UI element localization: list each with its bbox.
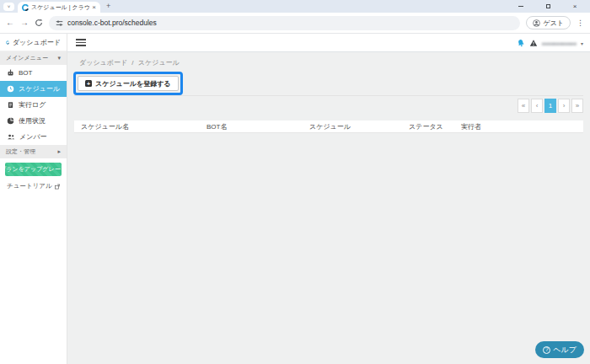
question-circle-icon: ? xyxy=(543,346,550,354)
section-divider xyxy=(74,95,583,96)
tutorial-label: チュートリアル xyxy=(7,182,52,190)
pagination-page-1-button[interactable]: 1 xyxy=(544,99,556,113)
warning-triangle-icon[interactable] xyxy=(529,39,538,47)
pagination-prev-button[interactable]: ‹ xyxy=(531,99,543,113)
pagination: « ‹ 1 › » xyxy=(518,99,583,113)
account-caret-icon[interactable]: ▾ xyxy=(581,40,583,46)
sidebar-item-execution-log[interactable]: 実行ログ xyxy=(0,97,67,113)
profile-button[interactable]: ゲスト xyxy=(526,16,571,29)
section-label: 設定・管理 xyxy=(6,147,35,156)
minimize-icon xyxy=(518,6,523,7)
cloudbot-logo-icon xyxy=(6,39,9,46)
click-target-highlight: + スケジュールを登録する xyxy=(73,72,183,95)
address-bar[interactable]: console.c-bot.pro/schedules xyxy=(49,16,520,30)
account-email-redacted[interactable]: ●●●●●●●●●●●● xyxy=(542,40,577,46)
pagination-next-button[interactable]: › xyxy=(558,99,570,113)
guest-avatar-icon xyxy=(533,19,540,27)
register-schedule-label: スケジュールを登録する xyxy=(95,79,171,88)
column-header-schedule: スケジュール xyxy=(309,120,351,133)
breadcrumb-dashboard-link[interactable]: ダッシュボード xyxy=(79,59,127,67)
column-header-status: ステータス xyxy=(409,120,443,133)
sidebar-toggle-icon[interactable] xyxy=(76,39,86,46)
sidebar-item-schedule[interactable]: スケジュール xyxy=(0,81,67,97)
breadcrumb: ダッシュボード / スケジュール xyxy=(79,58,180,67)
clock-icon xyxy=(7,85,14,93)
sidebar: ダッシュボード メインメニュー ▾ BOT xyxy=(0,34,67,364)
column-header-executor: 実行者 xyxy=(461,120,481,133)
upgrade-plan-button[interactable]: プランをアップグレード xyxy=(5,163,62,176)
log-icon xyxy=(7,101,14,109)
url-text[interactable]: console.c-bot.pro/schedules xyxy=(67,19,157,27)
sidebar-item-tutorial[interactable]: チュートリアル xyxy=(0,179,67,193)
browser-tab[interactable]: スケジュール | クラウドBOT × xyxy=(18,2,100,13)
browser-menu-button[interactable]: ⋮ xyxy=(577,19,584,27)
sidebar-item-bot[interactable]: BOT xyxy=(0,65,67,81)
navbar-right: ●●●●●●●●●●●● ▾ xyxy=(517,34,583,52)
external-link-icon xyxy=(55,184,60,190)
site-settings-icon[interactable] xyxy=(56,19,63,27)
browser-window: ˅ スケジュール | クラウドBOT × + × ← → xyxy=(0,0,590,364)
minimize-button[interactable] xyxy=(507,0,534,13)
close-button[interactable]: × xyxy=(561,0,588,13)
sidebar-item-label: 使用状況 xyxy=(19,116,46,126)
sidebar-item-label: スケジュール xyxy=(19,84,60,94)
plus-icon: + xyxy=(85,80,92,87)
brand-label: ダッシュボード xyxy=(13,38,61,47)
sidebar-item-label: 実行ログ xyxy=(19,100,46,110)
close-icon: × xyxy=(573,3,577,10)
reload-button[interactable] xyxy=(35,19,43,27)
sidebar-section-main-menu[interactable]: メインメニュー ▾ xyxy=(0,51,67,65)
tab-close-icon[interactable]: × xyxy=(92,4,96,11)
app-content: ダッシュボード メインメニュー ▾ BOT xyxy=(0,34,590,364)
robot-icon xyxy=(7,69,14,77)
tab-title: スケジュール | クラウドBOT xyxy=(31,3,89,12)
sidebar-brand[interactable]: ダッシュボード xyxy=(0,34,67,51)
sidebar-section-settings[interactable]: 設定・管理 ▸ xyxy=(0,145,67,158)
column-header-bot-name: BOT名 xyxy=(206,120,227,133)
sidebar-item-label: BOT xyxy=(19,69,32,77)
members-icon xyxy=(7,133,15,141)
app-navbar: ●●●●●●●●●●●● ▾ xyxy=(67,34,590,52)
sidebar-item-members[interactable]: メンバー xyxy=(0,129,67,145)
breadcrumb-separator: / xyxy=(131,59,133,67)
chevron-right-icon: ▸ xyxy=(57,148,61,155)
tab-strip: ˅ スケジュール | クラウドBOT × + × xyxy=(0,0,590,13)
main-content: ダッシュボード / スケジュール + スケジュールを登録する « ‹ 1 › »… xyxy=(67,52,590,364)
sidebar-item-label: メンバー xyxy=(19,132,47,142)
column-header-schedule-name: スケジュール名 xyxy=(81,120,129,133)
browser-toolbar: ← → console.c-bot.pro/schedules ゲスト ⋮ xyxy=(0,13,590,34)
cloudbot-favicon-icon xyxy=(22,4,29,11)
schedule-table-header: スケジュール名 BOT名 スケジュール ステータス 実行者 xyxy=(74,120,583,133)
new-tab-button[interactable]: + xyxy=(106,2,110,10)
chevron-down-icon: ▾ xyxy=(57,55,61,62)
help-label: ヘルプ xyxy=(553,345,577,356)
notification-bell-icon[interactable] xyxy=(516,38,526,48)
maximize-icon xyxy=(546,4,550,8)
sidebar-item-usage[interactable]: 使用状況 xyxy=(0,113,67,129)
breadcrumb-current: スケジュール xyxy=(138,59,180,67)
maximize-button[interactable] xyxy=(534,0,561,13)
pagination-last-button[interactable]: » xyxy=(571,99,583,113)
tab-search-button[interactable]: ˅ xyxy=(3,3,14,11)
pagination-first-button[interactable]: « xyxy=(518,99,529,113)
forward-button[interactable]: → xyxy=(20,19,29,27)
help-button[interactable]: ? ヘルプ xyxy=(535,341,584,358)
guest-label: ゲスト xyxy=(543,19,564,28)
back-button[interactable]: ← xyxy=(6,19,14,27)
window-controls: × xyxy=(507,0,588,13)
register-schedule-button[interactable]: + スケジュールを登録する xyxy=(78,76,179,91)
usage-chart-icon xyxy=(7,117,14,125)
section-label: メインメニュー xyxy=(6,54,48,62)
